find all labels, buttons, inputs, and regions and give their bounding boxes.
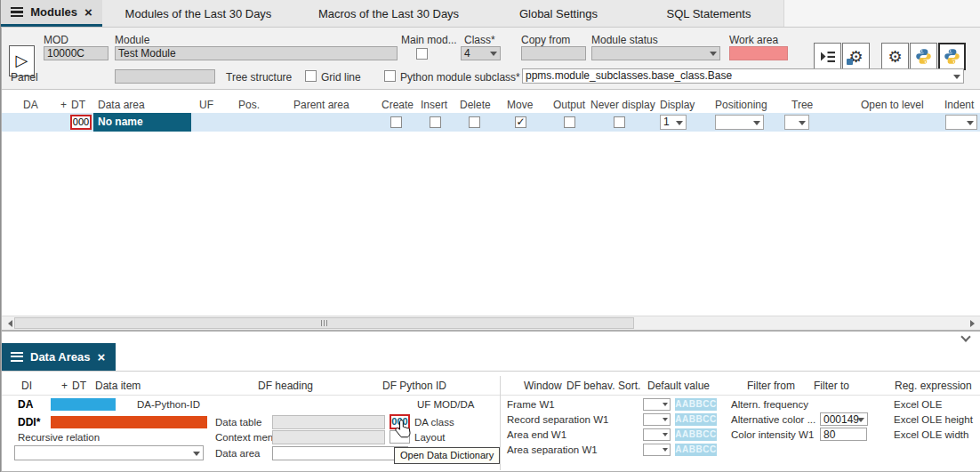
- col-header-insert: Insert: [421, 99, 447, 111]
- tab-modules-label: Modules: [30, 5, 77, 19]
- col-header-da: DA: [23, 99, 38, 111]
- col-header-default-value: Default value: [647, 380, 710, 392]
- dt-cell[interactable]: 000: [70, 115, 92, 130]
- col-header-filter-from: Filter from: [747, 380, 795, 392]
- frame-w1-label: Frame W1: [507, 399, 555, 410]
- indent-select[interactable]: [945, 115, 977, 130]
- col-header-positioning: Positioning: [715, 99, 767, 111]
- grid-line-checkbox[interactable]: ✓: [305, 70, 317, 82]
- tab-sql-statements[interactable]: SQL Statements: [634, 0, 783, 27]
- scrollbar-thumb[interactable]: [14, 317, 634, 329]
- menu-icon[interactable]: [11, 7, 23, 17]
- frame-w1-color-swatch[interactable]: AABBCC: [675, 398, 717, 411]
- area-separation-w1-color-swatch[interactable]: AABBCC: [675, 444, 717, 456]
- panel-input[interactable]: [115, 69, 215, 84]
- python-subclass-select[interactable]: ppms.module_subclasses.base_class.Base: [522, 68, 964, 84]
- horizontal-scrollbar[interactable]: [2, 316, 980, 330]
- alternative-color-label: Alternative color ...: [731, 414, 815, 425]
- area-end-w1-color-swatch[interactable]: AABBCC: [675, 428, 717, 441]
- area-separation-w1-select[interactable]: [643, 444, 671, 456]
- tab-macros-last-30-days[interactable]: Macros of the Last 30 Days: [294, 0, 483, 27]
- work-area-input[interactable]: [729, 46, 788, 60]
- gear-icon: ⚙: [888, 47, 902, 67]
- col-header-df-behav: DF behav.: [566, 380, 615, 392]
- python-editor-button[interactable]: [938, 43, 966, 70]
- python-macros-button[interactable]: [910, 43, 937, 70]
- delete-checkbox[interactable]: ✓: [469, 116, 480, 128]
- tab-label: Modules of the Last 30 Days: [125, 7, 272, 20]
- data-area-name-cell[interactable]: No name: [93, 113, 191, 132]
- python-subclass-label: Python module subclass*: [400, 71, 520, 84]
- recursive-relation-select[interactable]: [14, 445, 204, 460]
- context-menu-input[interactable]: [272, 430, 385, 444]
- python-icon: [944, 48, 960, 65]
- da-class-label: DA class: [414, 417, 454, 428]
- class-select[interactable]: 4: [461, 46, 501, 60]
- mod-label: MOD: [44, 34, 68, 46]
- output-checkbox[interactable]: ✓: [564, 116, 575, 128]
- python-subclass-checkbox[interactable]: ✓: [384, 70, 396, 82]
- ddi-field[interactable]: [51, 416, 207, 428]
- alternative-color-value: 000149: [823, 413, 859, 426]
- tab-modules-last-30-days[interactable]: Modules of the Last 30 Days: [102, 0, 294, 27]
- insert-checkbox[interactable]: ✓: [430, 116, 441, 128]
- col-header-uf: UF: [199, 99, 213, 111]
- settings-button[interactable]: ⚙: [881, 43, 909, 70]
- mod-input[interactable]: 10000C: [44, 46, 108, 60]
- area-end-w1-select[interactable]: [643, 428, 671, 441]
- settings-badge: [847, 59, 853, 65]
- add-dt-button[interactable]: +: [61, 380, 68, 392]
- record-separation-w1-color-swatch[interactable]: AABBCC: [675, 413, 717, 426]
- tab-data-areas[interactable]: Data Areas ×: [2, 343, 116, 371]
- tab-bar-filler: [783, 0, 980, 27]
- create-checkbox[interactable]: ✓: [390, 116, 402, 128]
- col-header-output: Output: [553, 99, 585, 111]
- da-number-field[interactable]: [51, 398, 116, 411]
- col-header-sort: Sort.: [618, 380, 640, 392]
- col-header-tree: Tree: [791, 99, 813, 111]
- panel-label: Panel: [11, 71, 38, 84]
- display-select[interactable]: 1: [660, 115, 687, 130]
- python-subclass-value: ppms.module_subclasses.base_class.Base: [526, 69, 732, 82]
- main-module-checkbox[interactable]: ✓: [416, 48, 428, 60]
- class-label: Class*: [464, 34, 495, 46]
- positioning-select[interactable]: [715, 115, 764, 130]
- col-header-open-to-level: Open to level: [861, 99, 924, 111]
- layout-label: Layout: [414, 432, 446, 443]
- module-toolbar: ▷ MOD 10000C Module Test Module Main mod…: [2, 28, 980, 90]
- color-intensity-input[interactable]: 80: [820, 428, 867, 441]
- area-separation-w1-swatch-text: AABBCC: [675, 444, 716, 454]
- module-settings-button[interactable]: ⚙: [842, 43, 870, 70]
- macro-list-button[interactable]: [814, 43, 841, 70]
- tab-global-settings[interactable]: Global Settings: [483, 0, 634, 27]
- module-name-input[interactable]: Test Module: [115, 46, 398, 60]
- close-icon[interactable]: ×: [97, 350, 105, 364]
- never-display-checkbox[interactable]: ✓: [614, 116, 625, 128]
- scroll-left-button[interactable]: [2, 316, 14, 330]
- data-area-input[interactable]: [272, 446, 408, 460]
- add-dt-button[interactable]: +: [60, 99, 67, 111]
- copy-from-input[interactable]: [521, 46, 586, 60]
- module-editor-panel: ▷ MOD 10000C Module Test Module Main mod…: [1, 28, 980, 331]
- col-header-df-heading: DF heading: [258, 380, 313, 392]
- divider: [2, 371, 980, 372]
- col-header-move: Move: [507, 99, 533, 111]
- scroll-right-button[interactable]: [968, 316, 980, 330]
- module-status-select[interactable]: [591, 46, 720, 60]
- da-python-id-label: DA-Python-ID: [137, 399, 200, 410]
- dt-value: 000: [73, 116, 89, 127]
- tab-modules[interactable]: Modules ×: [1, 0, 102, 27]
- record-separation-w1-swatch-text: AABBCC: [675, 414, 716, 424]
- move-checkbox[interactable]: ✓: [515, 116, 526, 128]
- alternative-color-select[interactable]: 000149: [820, 412, 868, 426]
- tab-label: SQL Statements: [667, 7, 751, 20]
- col-header-filter-to: Filter to: [814, 380, 849, 392]
- collapse-panel-chevron-icon[interactable]: [960, 332, 970, 341]
- close-icon[interactable]: ×: [84, 5, 92, 19]
- area-end-w1-swatch-text: AABBCC: [675, 429, 716, 439]
- menu-icon[interactable]: [11, 352, 23, 362]
- frame-w1-select[interactable]: [643, 398, 671, 411]
- tree-select[interactable]: [784, 115, 809, 130]
- data-table-input[interactable]: [272, 415, 385, 429]
- record-separation-w1-select[interactable]: [643, 413, 671, 426]
